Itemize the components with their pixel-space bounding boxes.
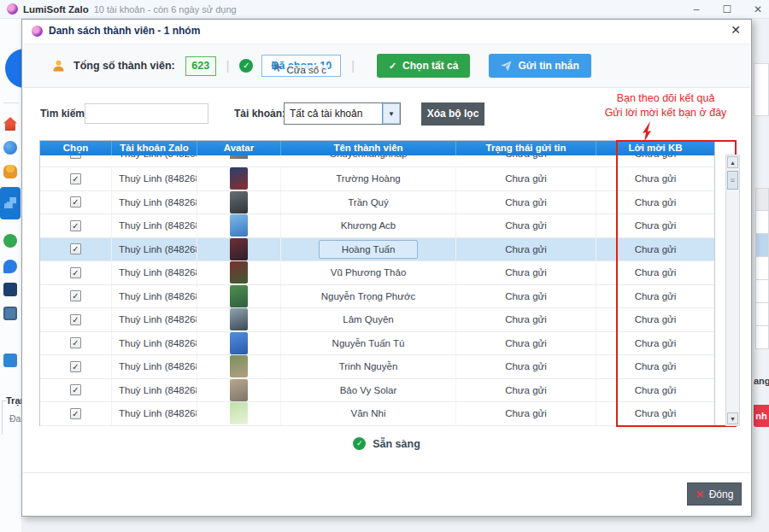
row-checkbox[interactable]: ✓ [70, 220, 81, 231]
table-row[interactable]: ✓ Thuỳ Linh (8482689... Chuyenhangnhap C… [40, 155, 714, 167]
table-row[interactable]: ✓ Thuỳ Linh (8482689... Nguyễn Tuấn Tú C… [40, 332, 714, 356]
col-header-avatar[interactable]: Avatar [197, 141, 281, 155]
send-message-label: Gửi tin nhắn [518, 60, 578, 72]
clear-filter-button[interactable]: Xóa bộ lọc [421, 102, 484, 126]
table-scrollbar[interactable]: ▲ ▼ [725, 155, 740, 426]
tool-icon[interactable] [3, 354, 17, 367]
row-member-name[interactable]: Nguyễn Tuấn Tú [281, 332, 456, 355]
minimize-button[interactable]: – [690, 3, 702, 15]
row-account: Thuỳ Linh (8482689... [112, 155, 197, 159]
row-select-cell[interactable]: ✓ [40, 167, 112, 190]
row-member-name[interactable]: Hoàng Tuấn [281, 238, 456, 261]
scroll-up-icon[interactable]: ▲ [727, 156, 738, 168]
dialog-logo-icon [32, 26, 43, 37]
row-checkbox[interactable]: ✓ [70, 155, 81, 159]
close-dialog-button[interactable]: ✕ Đóng [687, 482, 742, 506]
check-circle-icon: ✓ [239, 59, 253, 73]
row-member-name[interactable]: Nguyễn Trọng Phước [281, 285, 456, 308]
scroll-down-icon[interactable]: ▼ [727, 412, 738, 424]
chevron-down-icon[interactable]: ▼ [382, 103, 400, 124]
table-row[interactable]: ✓ Thuỳ Linh (8482689... Văn Nhi Chưa gửi… [40, 402, 714, 426]
row-send-status: Chưa gửi [456, 214, 596, 237]
row-member-name[interactable]: Trinh Nguyễn [281, 355, 456, 378]
selected-count-box: Đã chọn: 10 Cửa sổ c [261, 55, 341, 77]
row-select-cell[interactable]: ✓ [40, 285, 112, 308]
row-member-name[interactable]: Vũ Phương Thảo [281, 261, 456, 284]
row-member-name[interactable]: Chuyenhangnhap [281, 155, 456, 159]
row-select-cell[interactable]: ✓ [40, 402, 112, 425]
home-icon[interactable] [3, 117, 17, 131]
row-member-name[interactable]: Văn Nhi [281, 402, 456, 425]
row-checkbox[interactable]: ✓ [70, 243, 81, 254]
row-send-status: Chưa gửi [456, 308, 596, 331]
search-input[interactable] [85, 103, 208, 124]
row-member-name[interactable]: Trường Hoàng [281, 167, 456, 190]
row-avatar-cell [197, 402, 281, 425]
row-invite-status: Chưa gửi [596, 214, 714, 237]
separator: | [226, 59, 230, 73]
account-dropdown[interactable]: Tất cả tài khoản ▼ [284, 102, 401, 125]
sidebar-item-active-group-icon[interactable] [0, 187, 21, 219]
app-tile-icon[interactable] [3, 283, 17, 296]
row-select-cell[interactable]: ✓ [40, 355, 112, 378]
send-message-button[interactable]: Gửi tin nhắn [489, 54, 590, 78]
row-checkbox[interactable]: ✓ [70, 384, 81, 395]
row-account: Thuỳ Linh (8482689... [112, 191, 197, 214]
row-select-cell[interactable]: ✓ [40, 214, 112, 237]
sidebar-divider [3, 102, 19, 103]
col-header-status[interactable]: Trạng thái gửi tin [456, 141, 596, 155]
table-row[interactable]: ✓ Thuỳ Linh (8482689... Nguyễn Trọng Phư… [40, 285, 714, 309]
row-checkbox[interactable]: ✓ [70, 314, 81, 325]
background-red-button[interactable]: nh [754, 405, 769, 427]
dialog-close-icon[interactable]: ✕ [731, 23, 741, 37]
table-row[interactable]: ✓ Thuỳ Linh (8482689... Khương Acb Chưa … [40, 214, 714, 238]
row-member-name[interactable]: Lâm Quyên [281, 308, 456, 331]
row-select-cell[interactable]: ✓ [40, 191, 112, 214]
row-checkbox[interactable]: ✓ [70, 408, 81, 419]
dialog-header: Danh sách thành viên - 1 nhóm ✕ [22, 20, 751, 42]
row-member-name[interactable]: Bảo Vy Solar [281, 379, 456, 402]
row-send-status: Chưa gửi [456, 402, 596, 425]
table-row[interactable]: ✓ Thuỳ Linh (8482689... Trường Hoàng Chư… [40, 167, 714, 191]
row-member-name[interactable]: Khương Acb [281, 214, 456, 237]
row-avatar-cell [197, 155, 281, 159]
row-select-cell[interactable]: ✓ [40, 332, 112, 355]
row-checkbox[interactable]: ✓ [70, 196, 81, 208]
col-header-invite[interactable]: Lời mời KB [596, 141, 714, 155]
row-select-cell[interactable]: ✓ [40, 261, 112, 284]
table-row[interactable]: ✓ Thuỳ Linh (8482689... Vũ Phương Thảo C… [40, 261, 714, 285]
row-avatar-cell [197, 355, 281, 378]
monitor-icon[interactable] [3, 307, 17, 320]
person-icon[interactable] [3, 165, 17, 178]
row-member-name[interactable]: Trần Quý [281, 191, 456, 214]
col-header-name[interactable]: Tên thành viên [281, 141, 456, 155]
row-checkbox[interactable]: ✓ [70, 361, 81, 372]
chat-icon[interactable] [3, 260, 17, 273]
table-row[interactable]: ✓ Thuỳ Linh (8482689... Trinh Nguyễn Chư… [40, 355, 714, 379]
row-select-cell[interactable]: ✓ [40, 238, 112, 261]
background-panel-box [754, 63, 769, 116]
phone-icon[interactable] [3, 234, 17, 248]
maximize-button[interactable]: ☐ [721, 3, 733, 15]
scrollbar-thumb[interactable] [727, 171, 738, 190]
table-row[interactable]: ✓ Thuỳ Linh (8482689... Trần Quý Chưa gử… [40, 191, 714, 215]
row-checkbox[interactable]: ✓ [70, 267, 81, 278]
col-header-select[interactable]: Chọn [40, 141, 112, 155]
annotation-line2: Gửi lời mời kết bạn ở đây [576, 106, 755, 120]
row-invite-status: Chưa gửi [596, 155, 714, 159]
col-header-account[interactable]: Tài khoản Zalo [112, 141, 197, 155]
row-select-cell[interactable]: ✓ [40, 155, 112, 159]
row-checkbox[interactable]: ✓ [70, 337, 81, 348]
close-window-button[interactable]: ✕ [752, 3, 764, 15]
row-send-status: Chưa gửi [456, 285, 596, 308]
table-header-row: Chọn Tài khoản Zalo Avatar Tên thành viê… [40, 141, 714, 155]
table-row[interactable]: ✓ Thuỳ Linh (8482689... Hoàng Tuấn Chưa … [40, 238, 714, 262]
table-row[interactable]: ✓ Thuỳ Linh (8482689... Lâm Quyên Chưa g… [40, 308, 714, 332]
row-checkbox[interactable]: ✓ [70, 173, 81, 184]
row-select-cell[interactable]: ✓ [40, 308, 112, 331]
table-row[interactable]: ✓ Thuỳ Linh (8482689... Bảo Vy Solar Chư… [40, 379, 714, 403]
row-select-cell[interactable]: ✓ [40, 379, 112, 402]
globe-icon[interactable] [3, 141, 17, 155]
select-all-button[interactable]: ✓ Chọn tất cả [377, 54, 471, 78]
row-checkbox[interactable]: ✓ [70, 290, 81, 301]
